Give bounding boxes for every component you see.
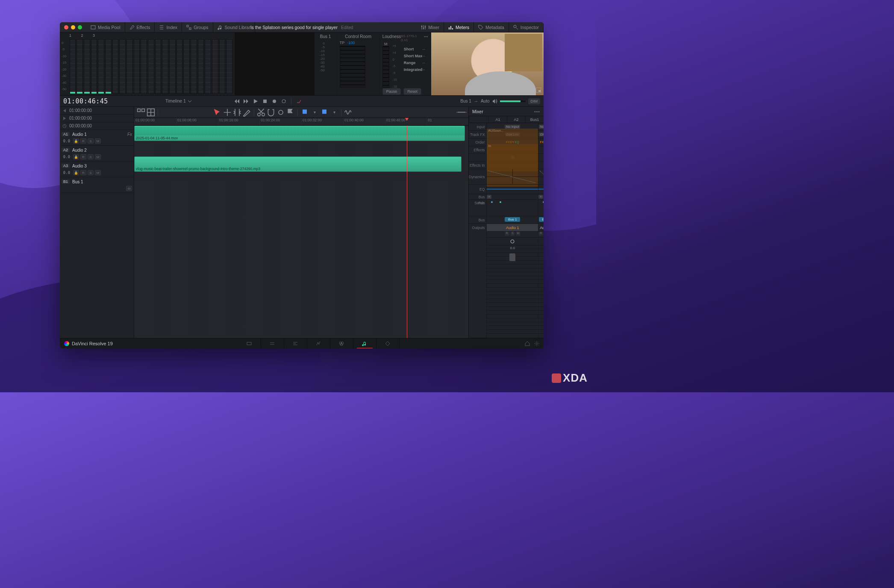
range-tool[interactable]: [223, 109, 232, 116]
timeline[interactable]: ▾ ▾ ◦━━━◦ 01:00:00:0001:00:08:0001:00:16…: [134, 107, 468, 338]
page-cut[interactable]: [261, 338, 284, 348]
index-button[interactable]: Index: [155, 22, 182, 32]
mixer-channel-a2[interactable]: No Input Dial Lev FXDYEQ + In + Bus 1 Au…: [538, 123, 544, 338]
clip-a3[interactable]: vlog-music-beat-trailer-showreel-promo-b…: [134, 156, 462, 172]
tc-duration[interactable]: 00:00:00:00: [60, 122, 134, 130]
timeline-ruler[interactable]: 01:00:00:0001:00:08:0001:00:16:0001:00:2…: [134, 118, 468, 126]
marker2-button[interactable]: [320, 109, 329, 116]
svg-rect-15: [138, 109, 141, 112]
track-header-panel: 01:00:00:00 01:00:00:00 00:00:00:00 A1Au…: [60, 107, 134, 338]
app-name: DaVinci Resolve 19: [64, 341, 113, 346]
track-a3[interactable]: A3Audio 3 0.0🔒RSM: [60, 162, 134, 177]
automation-button[interactable]: [295, 98, 302, 105]
track-a1[interactable]: A1Audio 1Fx 0.0🔒RSM: [60, 130, 134, 146]
meter: [98, 39, 104, 94]
dim-button[interactable]: DIM: [528, 98, 541, 104]
track-b1[interactable]: B1Bus 1 M: [60, 177, 134, 193]
meter: [70, 39, 76, 94]
stop-button[interactable]: [262, 98, 268, 105]
grid2-button[interactable]: [147, 109, 155, 116]
trim-tool[interactable]: [233, 109, 241, 116]
groups-button[interactable]: Groups: [182, 22, 213, 32]
dynamics-graph[interactable]: [487, 169, 538, 185]
mixer-channel-a1[interactable]: No Input Dial Lev FXDYEQ AUSoun... + In …: [486, 123, 538, 338]
media-pool-button[interactable]: Media Pool: [86, 22, 125, 32]
lock-button[interactable]: 🔒: [73, 138, 79, 144]
timeline-lanes[interactable]: 2025-01-04 11-05-44.mov vlog-music-beat-…: [134, 126, 468, 338]
pip-icon[interactable]: [536, 88, 541, 93]
monitor-bus: Bus 1 0-5-10-15-20-30-40-50: [315, 32, 337, 95]
page-deliver[interactable]: [376, 338, 400, 348]
page-fusion[interactable]: [307, 338, 330, 348]
titlebar: Media Pool Effects Index Groups Sound Li…: [60, 22, 544, 32]
razor-tool[interactable]: [257, 109, 265, 116]
record-button[interactable]: [271, 98, 278, 105]
svg-rect-1: [187, 25, 188, 27]
record-arm[interactable]: R: [80, 138, 86, 144]
music-icon: [218, 25, 223, 30]
tc-in[interactable]: 01:00:00:00: [60, 107, 134, 115]
reset-icon[interactable]: [510, 239, 515, 244]
svg-rect-6: [449, 27, 450, 29]
speaker-icon[interactable]: [492, 99, 497, 104]
window-controls[interactable]: [60, 25, 86, 29]
maximize-icon[interactable]: [78, 25, 82, 29]
mixer-menu[interactable]: •••: [534, 109, 540, 114]
meter: [112, 39, 119, 94]
effects-button[interactable]: Effects: [125, 22, 155, 32]
meter: [105, 39, 112, 94]
close-icon[interactable]: [64, 25, 68, 29]
svg-point-4: [423, 27, 424, 29]
pointer-tool[interactable]: [213, 109, 222, 116]
index-icon: [159, 25, 164, 30]
toolbar: ▾ ▾ ◦━━━◦: [134, 107, 468, 118]
snap-button[interactable]: [267, 109, 275, 116]
inspector-icon: [513, 25, 518, 30]
chevron-down-icon[interactable]: ▾: [310, 109, 319, 116]
zoom-slider[interactable]: ◦━━━◦: [457, 109, 466, 116]
timeline-dropdown[interactable]: Timeline 1: [162, 98, 196, 104]
rewind-button[interactable]: [233, 98, 240, 105]
pencil-tool[interactable]: [243, 109, 251, 116]
page-edit[interactable]: [284, 338, 307, 348]
pause-button[interactable]: Pause: [382, 88, 401, 95]
svg-point-13: [273, 100, 276, 103]
tp-meter: [340, 46, 365, 88]
metadata-button[interactable]: Metadata: [474, 22, 509, 32]
solo-button[interactable]: S: [88, 138, 94, 144]
video-preview[interactable]: [431, 32, 544, 95]
play-button[interactable]: [252, 98, 259, 105]
gear-icon[interactable]: [534, 341, 539, 346]
home-icon[interactable]: [525, 341, 530, 346]
tc-out[interactable]: 01:00:00:00: [60, 115, 134, 122]
clip-a1[interactable]: 2025-01-04 11-05-44.mov: [134, 126, 465, 141]
meter: [76, 39, 83, 94]
flag-button[interactable]: [286, 109, 295, 116]
timecode[interactable]: 01:00:46:45: [63, 97, 108, 105]
media-pool-icon: [91, 25, 96, 30]
marker-button[interactable]: [300, 109, 309, 116]
output-level[interactable]: [500, 100, 526, 102]
grid-button[interactable]: [137, 109, 145, 116]
pan[interactable]: [487, 200, 538, 216]
mixer-button[interactable]: Mixer: [417, 22, 444, 32]
meter: [91, 39, 97, 94]
sound-library-button[interactable]: Sound Librar: [213, 22, 255, 32]
page-color[interactable]: [330, 338, 353, 348]
loop-button[interactable]: [280, 98, 287, 105]
link-button[interactable]: [276, 109, 285, 116]
minimize-icon[interactable]: [71, 25, 75, 29]
page-media[interactable]: [238, 338, 261, 348]
inspector-button[interactable]: Inspector: [509, 22, 544, 32]
svg-point-5: [425, 26, 426, 27]
page-fairlight[interactable]: [353, 338, 376, 348]
reset-button[interactable]: Reset: [403, 88, 421, 95]
loudness-panel: LoudnessBS.1770-1 (LU)••• M +9+40-5-9-15…: [380, 32, 431, 95]
fast-forward-button[interactable]: [243, 98, 250, 105]
mute-button[interactable]: M: [95, 138, 101, 144]
waveform-button[interactable]: [344, 109, 353, 116]
playhead[interactable]: [407, 126, 407, 338]
meters-button[interactable]: Meters: [444, 22, 474, 32]
track-a2[interactable]: A2Audio 2 0.0🔒RSM: [60, 146, 134, 162]
fader[interactable]: 0.0: [487, 245, 538, 338]
